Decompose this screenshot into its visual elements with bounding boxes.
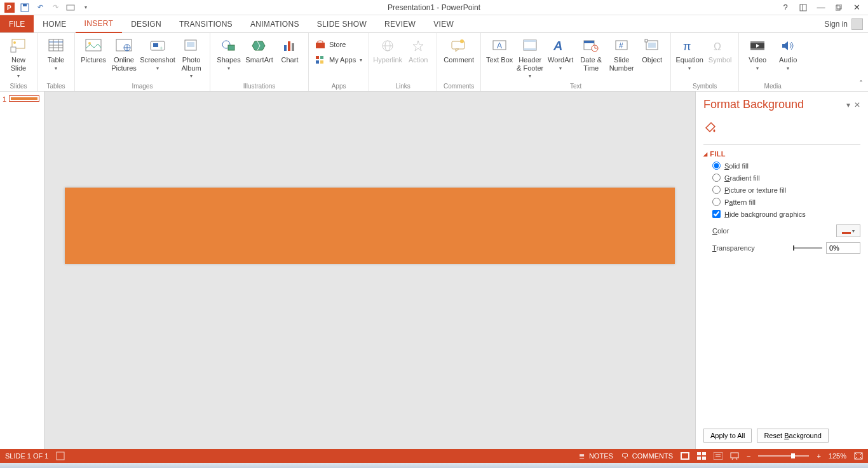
group-symbols-label: Symbols: [675, 83, 735, 91]
svg-rect-38: [316, 60, 319, 64]
svg-text:+: +: [159, 45, 163, 52]
solid-fill-radio[interactable]: Solid fill: [712, 162, 860, 170]
ribbon-display-icon[interactable]: [796, 1, 811, 14]
hyperlink-button[interactable]: Hyperlink: [373, 34, 402, 64]
tab-file[interactable]: FILE: [0, 15, 34, 32]
svg-rect-5: [800, 4, 806, 11]
zoom-out-button[interactable]: −: [747, 452, 750, 460]
svg-rect-36: [316, 56, 319, 59]
date-time-button[interactable]: Date & Time: [576, 34, 606, 72]
wordart-icon: A: [550, 37, 571, 55]
tab-view[interactable]: VIEW: [424, 15, 463, 32]
symbol-button[interactable]: ΩSymbol: [705, 34, 735, 64]
slideshow-view-icon[interactable]: [730, 452, 739, 460]
tab-insert[interactable]: INSERT: [76, 15, 123, 33]
tab-design[interactable]: DESIGN: [122, 15, 170, 32]
group-slides: New Slide▾ Slides: [0, 33, 37, 91]
object-button[interactable]: Object: [637, 34, 667, 64]
svg-rect-28: [187, 42, 194, 47]
notes-button[interactable]: ≣NOTES: [578, 451, 613, 460]
slide-counter[interactable]: SLIDE 1 OF 1: [5, 452, 48, 460]
tab-home[interactable]: HOME: [34, 15, 75, 32]
video-button[interactable]: Video▾: [743, 34, 772, 71]
window-controls: ? — ✕: [778, 1, 868, 14]
restore-icon[interactable]: [831, 1, 846, 14]
tab-review[interactable]: REVIEW: [376, 15, 424, 32]
smartart-button[interactable]: SmartArt: [245, 34, 274, 64]
qat-more-icon[interactable]: ▾: [79, 1, 93, 15]
online-pictures-button[interactable]: Online Pictures: [109, 34, 139, 72]
tab-animations[interactable]: ANIMATIONS: [241, 15, 308, 32]
transparency-input[interactable]: [826, 242, 860, 254]
svg-rect-32: [284, 45, 287, 51]
thumbnail-1[interactable]: 1: [3, 95, 41, 103]
chart-button[interactable]: Chart: [275, 34, 304, 64]
group-apps-label: Apps: [313, 83, 365, 91]
slide-sorter-icon[interactable]: [697, 452, 706, 460]
close-icon[interactable]: ✕: [849, 1, 864, 14]
color-picker-button[interactable]: ▾: [836, 224, 860, 237]
pane-title: Format Background: [703, 98, 804, 111]
tab-slideshow[interactable]: SLIDE SHOW: [308, 15, 376, 32]
transparency-slider[interactable]: [793, 247, 822, 249]
color-label: Color: [712, 227, 729, 235]
apply-to-all-button[interactable]: Apply to All: [703, 429, 752, 443]
slide-number-button[interactable]: #Slide Number: [607, 34, 636, 72]
fit-to-window-icon[interactable]: [854, 452, 863, 460]
gradient-fill-radio[interactable]: Gradient fill: [712, 174, 860, 182]
comment-button[interactable]: Comment: [441, 34, 477, 64]
thumbnail-preview: [9, 95, 39, 102]
wordart-button[interactable]: AWordArt▾: [546, 34, 575, 71]
text-box-button[interactable]: AText Box: [485, 34, 514, 64]
undo-icon[interactable]: ↶: [33, 1, 47, 15]
svg-marker-69: [782, 41, 788, 50]
audio-button[interactable]: Audio▾: [773, 34, 803, 71]
store-button[interactable]: Store: [313, 38, 365, 51]
avatar-icon: [851, 18, 863, 30]
new-slide-button[interactable]: New Slide▾: [4, 34, 33, 79]
shapes-button[interactable]: Shapes▾: [214, 34, 243, 71]
slide-shape-rectangle[interactable]: [65, 188, 675, 264]
pictures-button[interactable]: Pictures: [79, 34, 108, 64]
spellcheck-icon[interactable]: [56, 451, 65, 460]
fill-bucket-icon[interactable]: [703, 120, 860, 135]
pane-close-icon[interactable]: ✕: [854, 100, 860, 109]
group-tables-label: Tables: [41, 83, 71, 91]
group-illustrations: Shapes▾ SmartArt Chart Illustrations: [210, 33, 309, 91]
fill-section-header[interactable]: ◢FILL: [703, 150, 860, 158]
picture-fill-radio[interactable]: Picture or texture fill: [712, 186, 860, 194]
comments-button[interactable]: 🗨COMMENTS: [621, 451, 673, 460]
svg-rect-73: [697, 452, 701, 455]
reading-view-icon[interactable]: [714, 452, 722, 460]
collapse-ribbon-icon[interactable]: ˄: [859, 79, 863, 88]
save-icon[interactable]: [18, 1, 32, 15]
slide-canvas-area[interactable]: [44, 92, 695, 449]
tab-transitions[interactable]: TRANSITIONS: [170, 15, 241, 32]
sign-in-button[interactable]: Sign in: [819, 15, 868, 32]
zoom-in-button[interactable]: +: [817, 452, 820, 460]
zoom-slider[interactable]: [758, 455, 809, 457]
table-button[interactable]: Table▾: [41, 34, 71, 71]
help-icon[interactable]: ?: [778, 1, 793, 14]
svg-rect-4: [67, 5, 74, 10]
header-footer-button[interactable]: Header & Footer▾: [515, 34, 545, 79]
pane-options-icon[interactable]: ▾: [846, 100, 850, 109]
svg-rect-30: [228, 45, 234, 50]
minimize-icon[interactable]: —: [813, 1, 829, 14]
svg-rect-62: [645, 39, 648, 42]
action-button[interactable]: Action: [403, 34, 433, 64]
start-from-beginning-icon[interactable]: [64, 1, 78, 15]
hide-background-checkbox[interactable]: Hide background graphics: [712, 210, 860, 218]
my-apps-button[interactable]: My Apps ▾: [313, 53, 365, 66]
svg-text:#: #: [619, 41, 623, 50]
normal-view-icon[interactable]: [681, 452, 689, 460]
pattern-fill-radio[interactable]: Pattern fill: [712, 198, 860, 206]
group-apps: Store My Apps ▾ Apps: [309, 33, 369, 91]
equation-button[interactable]: πEquation▾: [675, 34, 704, 71]
redo-icon[interactable]: ↷: [48, 1, 62, 15]
reset-background-button[interactable]: Reset Background: [757, 429, 829, 443]
zoom-level[interactable]: 125%: [829, 452, 846, 460]
equation-icon: π: [679, 37, 700, 55]
screenshot-button[interactable]: +Screenshot▾: [140, 34, 175, 71]
photo-album-button[interactable]: Photo Album▾: [177, 34, 206, 79]
